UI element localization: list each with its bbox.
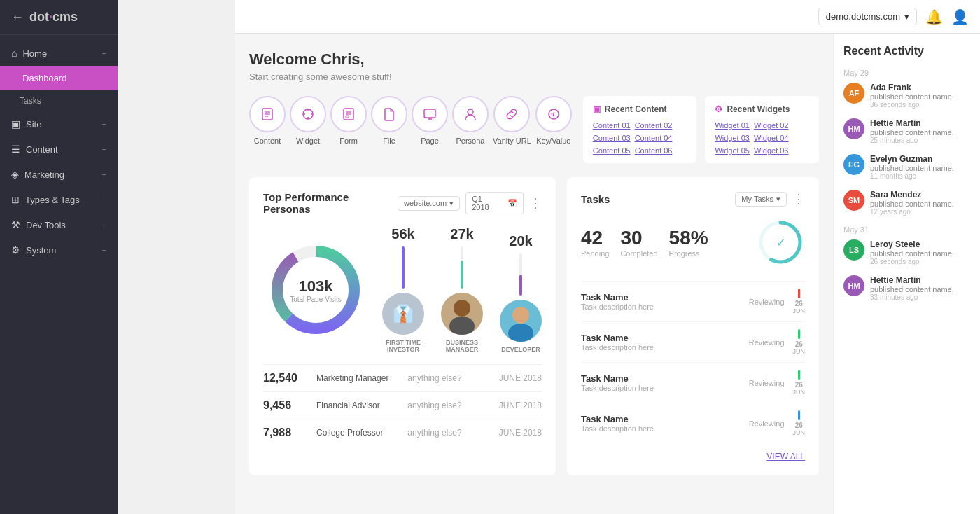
content-link-04[interactable]: Content 04 bbox=[635, 134, 673, 142]
avatar-leroy: LS bbox=[844, 239, 864, 261]
quick-icon-key-value[interactable]: Key/Value bbox=[536, 96, 572, 145]
activity-name-2: Evelyn Guzman bbox=[870, 154, 970, 164]
widget-link-01[interactable]: Widget 01 bbox=[715, 121, 750, 130]
dev-arrow: − bbox=[102, 221, 106, 229]
activity-action-1: published content name. bbox=[870, 128, 970, 137]
quick-icon-page[interactable]: Page bbox=[412, 96, 448, 145]
marketing-label: Marketing bbox=[24, 169, 97, 180]
persona-table: 12,540 Marketing Manager anything else? … bbox=[263, 364, 542, 446]
tasks-filter[interactable]: My Tasks ▾ bbox=[735, 192, 787, 207]
content-link-02[interactable]: Content 02 bbox=[635, 121, 673, 130]
svg-point-22 bbox=[449, 317, 475, 335]
quick-icon-widget[interactable]: Widget bbox=[290, 96, 326, 145]
quick-icon-content[interactable]: Content bbox=[249, 96, 286, 145]
tasks-label: Tasks bbox=[20, 96, 41, 106]
personas-panel: Top Performance Personas website.com ▾ Q… bbox=[249, 177, 556, 475]
dev-icon: ⚒ bbox=[11, 219, 20, 230]
sidebar-item-system[interactable]: ⚙ System − bbox=[0, 237, 118, 263]
activity-item-4: LS Leroy Steele published content name. … bbox=[844, 239, 970, 265]
recent-content-links: Content 01 Content 02 Content 03 Content… bbox=[593, 121, 687, 155]
avatar-evelyn: EG bbox=[844, 154, 864, 175]
task-3-info: Task Name Task description here bbox=[581, 414, 741, 433]
content-icon: ☰ bbox=[11, 144, 20, 155]
personas-menu-icon[interactable]: ⋮ bbox=[529, 195, 542, 211]
domain-chevron-icon: ▾ bbox=[904, 11, 909, 22]
back-button[interactable]: ← bbox=[11, 10, 24, 25]
widget-icon-label: Widget bbox=[296, 137, 320, 145]
tasks-panel: Tasks My Tasks ▾ ⋮ bbox=[567, 177, 819, 475]
sidebar-item-dashboard[interactable]: Dashboard bbox=[0, 66, 118, 90]
view-all-button[interactable]: VIEW ALL bbox=[581, 452, 805, 461]
table-row: 9,456 Financial Advisor anything else? J… bbox=[263, 391, 542, 419]
vanity-url-icon-label: Vanity URL bbox=[493, 137, 531, 145]
sidebar-item-tasks[interactable]: Tasks bbox=[0, 90, 118, 111]
total-visits-value: 103k bbox=[290, 277, 342, 295]
persona-1-bar bbox=[461, 261, 463, 289]
content-arrow: − bbox=[102, 145, 106, 153]
sidebar-item-site[interactable]: ▣ Site − bbox=[0, 111, 118, 137]
file-icon-label: File bbox=[383, 137, 396, 145]
content-label: Content bbox=[26, 144, 97, 155]
task-row-0: Task Name Task description here Reviewin… bbox=[581, 281, 805, 321]
widget-link-02[interactable]: Widget 02 bbox=[754, 121, 789, 130]
quick-icon-persona[interactable]: Persona bbox=[452, 96, 489, 145]
widget-link-05[interactable]: Widget 05 bbox=[715, 146, 750, 155]
task-1-info: Task Name Task description here bbox=[581, 333, 741, 352]
svg-rect-13 bbox=[424, 109, 435, 118]
persona-col-0: 56k 👔 FIRST TIME INVESTOR bbox=[382, 226, 424, 353]
content-link-05[interactable]: Content 05 bbox=[593, 146, 631, 155]
dashboard-label: Dashboard bbox=[22, 73, 106, 83]
recent-activity-panel: Recent Activity May 29 AF Ada Frank publ… bbox=[833, 34, 980, 514]
domain-selector[interactable]: demo.dotcms.com ▾ bbox=[818, 8, 917, 25]
home-label: Home bbox=[22, 48, 96, 59]
sidebar-item-types-tags[interactable]: ⊞ Types & Tags − bbox=[0, 187, 118, 212]
tasks-list: Task Name Task description here Reviewin… bbox=[581, 281, 805, 443]
task-1-color-indicator bbox=[798, 329, 800, 339]
file-circle-icon bbox=[371, 96, 407, 132]
widget-link-04[interactable]: Widget 04 bbox=[754, 134, 789, 142]
activity-date-may29: May 29 bbox=[844, 69, 970, 77]
sidebar-item-marketing[interactable]: ◈ Marketing − bbox=[0, 162, 118, 187]
sidebar-item-dev-tools[interactable]: ⚒ Dev Tools − bbox=[0, 212, 118, 237]
task-3-date: 26 JUN bbox=[793, 410, 806, 436]
task-0-status: Reviewing bbox=[749, 298, 785, 306]
row-2-date: JUNE 2018 bbox=[499, 428, 542, 438]
content-link-03[interactable]: Content 03 bbox=[593, 134, 631, 142]
recent-widgets-title: ⚙ Recent Widgets bbox=[715, 104, 809, 114]
notification-icon[interactable]: 🔔 bbox=[925, 8, 943, 25]
activity-name-0: Ada Frank bbox=[870, 83, 970, 92]
row-1-name: Financial Advisor bbox=[316, 401, 396, 410]
content-link-06[interactable]: Content 06 bbox=[635, 146, 673, 155]
date-selector[interactable]: Q1 - 2018 📅 bbox=[465, 192, 524, 214]
content-link-01[interactable]: Content 01 bbox=[593, 121, 631, 130]
user-icon[interactable]: 👤 bbox=[951, 8, 969, 25]
persona-1-name: BUSINESS MANAGER bbox=[441, 339, 483, 353]
pending-value: 42 bbox=[581, 227, 609, 249]
svg-rect-12 bbox=[346, 116, 349, 118]
task-1-desc: Task description here bbox=[581, 343, 741, 352]
total-visits-label: Total Page Visits bbox=[290, 295, 342, 303]
sidebar-item-home[interactable]: ⌂ Home − bbox=[0, 41, 118, 66]
sidebar-item-content[interactable]: ☰ Content − bbox=[0, 137, 118, 162]
widget-link-06[interactable]: Widget 06 bbox=[754, 146, 789, 155]
quick-icon-vanity-url[interactable]: Vanity URL bbox=[493, 96, 531, 145]
avatar-hettie-1: HM bbox=[844, 118, 864, 139]
website-chevron-icon: ▾ bbox=[449, 199, 454, 208]
activity-item-0: AF Ada Frank published content name. 36 … bbox=[844, 83, 970, 109]
quick-icon-form[interactable]: Form bbox=[330, 96, 367, 145]
activity-content-0: Ada Frank published content name. 36 sec… bbox=[870, 83, 970, 109]
home-icon: ⌂ bbox=[11, 48, 17, 59]
task-stat-completed: 30 Completed bbox=[620, 227, 657, 258]
dev-label: Dev Tools bbox=[26, 220, 97, 230]
website-selector[interactable]: website.com ▾ bbox=[398, 196, 460, 211]
activity-time-2: 11 months ago bbox=[870, 172, 970, 180]
tasks-menu-icon[interactable]: ⋮ bbox=[792, 191, 805, 207]
task-stat-progress: 58% Progress bbox=[669, 227, 708, 258]
widget-link-03[interactable]: Widget 03 bbox=[715, 134, 750, 142]
activity-date-may31: May 31 bbox=[844, 225, 970, 234]
quick-icon-file[interactable]: File bbox=[371, 96, 407, 145]
recent-widgets-box: ⚙ Recent Widgets Widget 01 Widget 02 Wid… bbox=[705, 96, 819, 163]
persona-2-bar bbox=[519, 275, 522, 296]
persona-col-2: 20k DEVELOPER bbox=[500, 233, 542, 353]
activity-name-3: Sara Mendez bbox=[870, 190, 970, 200]
